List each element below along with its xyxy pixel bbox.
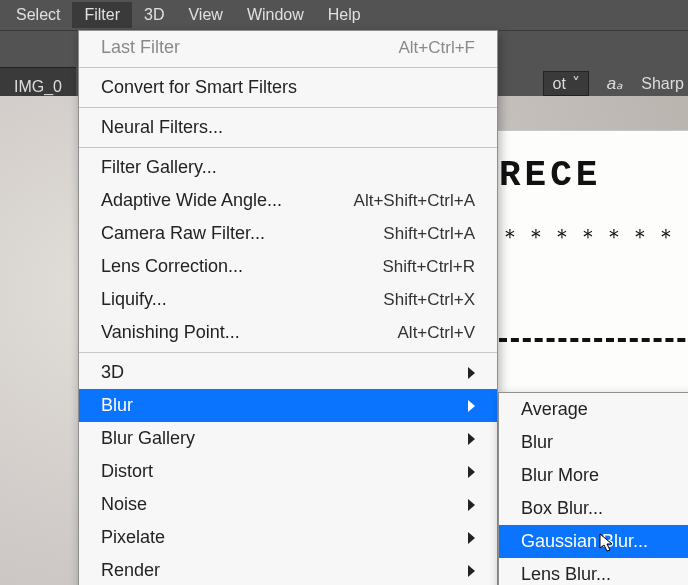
menu-item-label: Gaussian Blur... bbox=[521, 531, 648, 552]
option-select-label: ot bbox=[552, 75, 565, 93]
toolbar-right: ot ˅ aₐ Sharp bbox=[543, 71, 684, 96]
menu-item-label: Blur Gallery bbox=[101, 428, 195, 449]
menu-convert-smart-filters[interactable]: Convert for Smart Filters bbox=[79, 71, 497, 104]
menu-noise-sub[interactable]: Noise bbox=[79, 488, 497, 521]
menu-item-label: Camera Raw Filter... bbox=[101, 223, 265, 244]
receipt-title: RECE bbox=[499, 155, 688, 196]
menu-item-label: Neural Filters... bbox=[101, 117, 223, 138]
menu-item-label: Pixelate bbox=[101, 527, 165, 548]
menu-lens-correction[interactable]: Lens Correction... Shift+Ctrl+R bbox=[79, 250, 497, 283]
menu-item-label: Distort bbox=[101, 461, 153, 482]
menu-item-label: Lens Blur... bbox=[521, 564, 611, 585]
menu-item-label: 3D bbox=[101, 362, 124, 383]
menu-item-shortcut: Alt+Shift+Ctrl+A bbox=[354, 191, 475, 211]
menu-item-label: Box Blur... bbox=[521, 498, 603, 519]
menu-item-label: Adaptive Wide Angle... bbox=[101, 190, 282, 211]
submenu-arrow-icon bbox=[468, 499, 475, 511]
menu-item-shortcut: Alt+Ctrl+F bbox=[398, 38, 475, 58]
menu-pixelate-sub[interactable]: Pixelate bbox=[79, 521, 497, 554]
menu-separator bbox=[79, 67, 497, 68]
menu-blur-gallery-sub[interactable]: Blur Gallery bbox=[79, 422, 497, 455]
menu-separator bbox=[79, 147, 497, 148]
menu-select[interactable]: Select bbox=[4, 2, 72, 28]
submenu-arrow-icon bbox=[468, 367, 475, 379]
submenu-box-blur[interactable]: Box Blur... bbox=[499, 492, 688, 525]
menu-filter-gallery[interactable]: Filter Gallery... bbox=[79, 151, 497, 184]
menu-help[interactable]: Help bbox=[316, 2, 373, 28]
menu-item-shortcut: Shift+Ctrl+R bbox=[382, 257, 475, 277]
menu-item-label: Convert for Smart Filters bbox=[101, 77, 297, 98]
submenu-gaussian-blur[interactable]: Gaussian Blur... bbox=[499, 525, 688, 558]
menu-filter[interactable]: Filter bbox=[72, 2, 132, 28]
menu-3d-sub[interactable]: 3D bbox=[79, 356, 497, 389]
menu-item-shortcut: Alt+Ctrl+V bbox=[398, 323, 475, 343]
submenu-blur-more[interactable]: Blur More bbox=[499, 459, 688, 492]
menu-item-label: Noise bbox=[101, 494, 147, 515]
menu-last-filter: Last Filter Alt+Ctrl+F bbox=[79, 31, 497, 64]
submenu-average[interactable]: Average bbox=[499, 393, 688, 426]
option-select[interactable]: ot ˅ bbox=[543, 71, 588, 96]
blur-submenu[interactable]: Average Blur Blur More Box Blur... Gauss… bbox=[498, 392, 688, 585]
sharp-label[interactable]: Sharp bbox=[641, 75, 684, 93]
menu-item-label: Average bbox=[521, 399, 588, 420]
menu-neural-filters[interactable]: Neural Filters... bbox=[79, 111, 497, 144]
menu-item-label: Last Filter bbox=[101, 37, 180, 58]
chevron-down-icon: ˅ bbox=[572, 74, 580, 93]
submenu-arrow-icon bbox=[468, 532, 475, 544]
submenu-arrow-icon bbox=[468, 400, 475, 412]
menu-vanishing-point[interactable]: Vanishing Point... Alt+Ctrl+V bbox=[79, 316, 497, 349]
menu-item-shortcut: Shift+Ctrl+A bbox=[383, 224, 475, 244]
menu-item-label: Render bbox=[101, 560, 160, 581]
filter-dropdown[interactable]: Last Filter Alt+Ctrl+F Convert for Smart… bbox=[78, 30, 498, 585]
receipt-stars: ＊＊＊＊＊＊＊ bbox=[499, 222, 688, 252]
receipt-separator bbox=[499, 338, 688, 342]
menu-item-label: Filter Gallery... bbox=[101, 157, 217, 178]
submenu-arrow-icon bbox=[468, 466, 475, 478]
menu-blur-sub[interactable]: Blur bbox=[79, 389, 497, 422]
menubar[interactable]: Select Filter 3D View Window Help bbox=[0, 0, 688, 30]
menu-separator bbox=[79, 352, 497, 353]
menu-item-shortcut: Shift+Ctrl+X bbox=[383, 290, 475, 310]
menu-separator bbox=[79, 107, 497, 108]
menu-camera-raw-filter[interactable]: Camera Raw Filter... Shift+Ctrl+A bbox=[79, 217, 497, 250]
menu-3d[interactable]: 3D bbox=[132, 2, 176, 28]
submenu-lens-blur[interactable]: Lens Blur... bbox=[499, 558, 688, 585]
menu-item-label: Blur More bbox=[521, 465, 599, 486]
menu-render-sub[interactable]: Render bbox=[79, 554, 497, 585]
submenu-blur[interactable]: Blur bbox=[499, 426, 688, 459]
menu-item-label: Blur bbox=[521, 432, 553, 453]
submenu-arrow-icon bbox=[468, 433, 475, 445]
menu-adaptive-wide-angle[interactable]: Adaptive Wide Angle... Alt+Shift+Ctrl+A bbox=[79, 184, 497, 217]
submenu-arrow-icon bbox=[468, 565, 475, 577]
menu-view[interactable]: View bbox=[176, 2, 234, 28]
menu-item-label: Vanishing Point... bbox=[101, 322, 240, 343]
anti-alias-icon[interactable]: aₐ bbox=[607, 73, 623, 94]
menu-item-label: Liquify... bbox=[101, 289, 167, 310]
menu-window[interactable]: Window bbox=[235, 2, 316, 28]
menu-item-label: Lens Correction... bbox=[101, 256, 243, 277]
menu-item-label: Blur bbox=[101, 395, 133, 416]
menu-distort-sub[interactable]: Distort bbox=[79, 455, 497, 488]
menu-liquify[interactable]: Liquify... Shift+Ctrl+X bbox=[79, 283, 497, 316]
